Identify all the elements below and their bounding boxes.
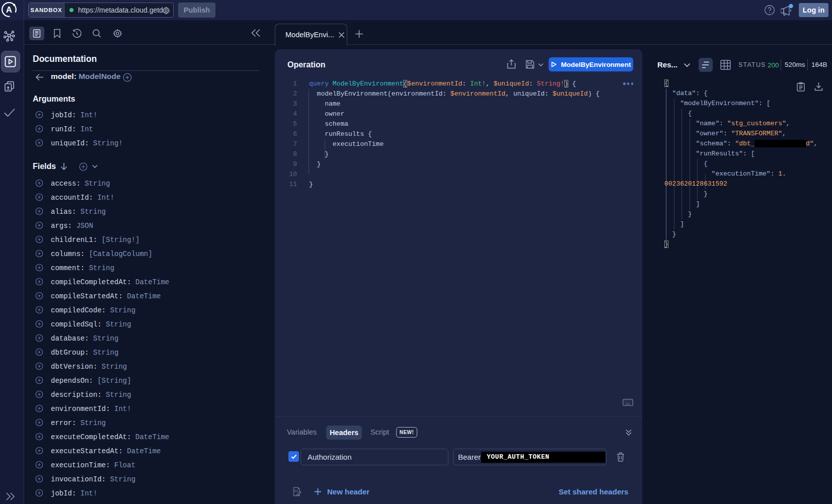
svg-text:A: A bbox=[6, 5, 12, 15]
